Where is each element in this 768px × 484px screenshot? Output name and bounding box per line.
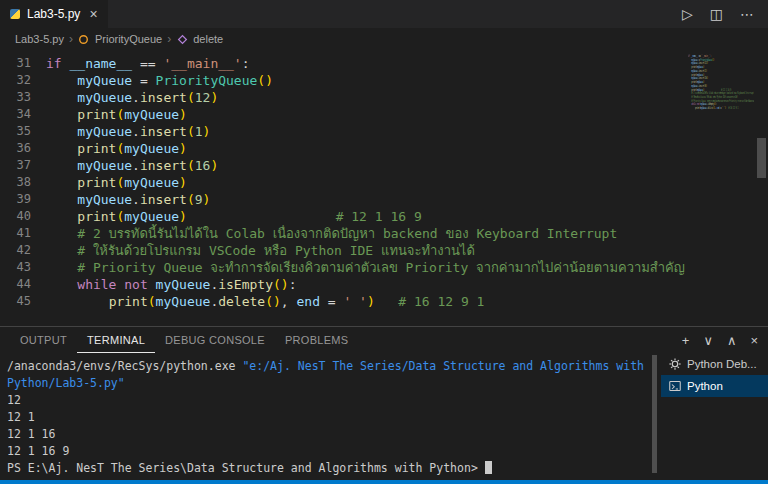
- code-line[interactable]: print(myQueue) # 12 1 16 9: [46, 208, 768, 225]
- panel-body: /anaconda3/envs/RecSys/python.exe "e:/Aj…: [0, 353, 768, 480]
- minimap-content: if __name__ == '__main__': myQueue = Pri…: [688, 54, 754, 110]
- code-line[interactable]: print(myQueue.delete(), end = ' ') # 16 …: [46, 293, 768, 310]
- scrollbar-handle[interactable]: [757, 138, 766, 178]
- code-line[interactable]: while not myQueue.isEmpty():: [46, 276, 768, 293]
- terminal-list: Python Deb...Python: [661, 353, 768, 480]
- line-number: 37: [0, 157, 31, 174]
- terminal-list-item-python[interactable]: Python: [661, 375, 768, 397]
- code-line[interactable]: # ให้รันด้วยโปรแกรม VSCode หรือ Python I…: [46, 242, 768, 259]
- line-number: 31: [0, 55, 31, 72]
- minimap[interactable]: if __name__ == '__main__': myQueue = Pri…: [688, 54, 754, 316]
- terminal-scrollbar[interactable]: [651, 353, 659, 480]
- terminal-line: 12: [7, 392, 650, 409]
- panel-actions: + ∨ ∧ ×: [682, 333, 758, 348]
- editor-scrollbar[interactable]: [755, 50, 768, 326]
- code-line[interactable]: myQueue = PriorityQueue(): [46, 72, 768, 89]
- terminal-list-item-python-deb[interactable]: Python Deb...: [661, 353, 768, 375]
- line-number: 41: [0, 225, 31, 242]
- terminal-line: 12 1 16 9: [7, 443, 650, 460]
- code-line[interactable]: myQueue.insert(1): [46, 123, 768, 140]
- method-symbol-icon: [176, 33, 188, 45]
- terminal-line: /anaconda3/envs/RecSys/python.exe "e:/Aj…: [7, 358, 650, 375]
- maximize-panel-icon[interactable]: ∧: [727, 333, 737, 348]
- terminal-scrollbar-handle[interactable]: [652, 355, 657, 473]
- status-bar: [0, 480, 768, 484]
- breadcrumb-file[interactable]: Lab3-5.py: [15, 33, 64, 45]
- terminal-line: 12 1 16: [7, 426, 650, 443]
- line-number: 36: [0, 140, 31, 157]
- line-number: 33: [0, 89, 31, 106]
- run-icon[interactable]: ▷: [682, 6, 693, 22]
- terminal-list-label: Python Deb...: [687, 358, 757, 370]
- line-number: 38: [0, 174, 31, 191]
- chevron-right-icon: ›: [69, 32, 73, 46]
- editor-actions: ▷ ◫ ⋯: [682, 0, 768, 28]
- editor-tab-bar: Lab3-5.py × ▷ ◫ ⋯: [0, 0, 768, 28]
- line-number: 34: [0, 106, 31, 123]
- panel-tab-debug-console[interactable]: DEBUG CONSOLE: [155, 327, 275, 353]
- line-number: 32: [0, 72, 31, 89]
- code-line[interactable]: print(myQueue): [46, 106, 768, 123]
- line-number: 35: [0, 123, 31, 140]
- code-line[interactable]: # 2 บรรทัดนี้รันไม่ได้ใน Colab เนื่องจาก…: [46, 225, 768, 242]
- code-line[interactable]: # Priority Queue จะทำการจัดเรียงคิวตามค่…: [46, 259, 768, 276]
- terminal-output[interactable]: /anaconda3/envs/RecSys/python.exe "e:/Aj…: [0, 353, 650, 480]
- terminal-icon: [669, 380, 681, 392]
- class-symbol-icon: [78, 33, 90, 45]
- code-line: print(myQueue.delete(), end = ' ') # 16 …: [688, 106, 754, 110]
- code-area[interactable]: if __name__ == '__main__': myQueue = Pri…: [46, 55, 768, 326]
- panel-tabs: OUTPUTTERMINALDEBUG CONSOLEPROBLEMS: [10, 327, 358, 353]
- tab-lab3-5-py[interactable]: Lab3-5.py ×: [0, 0, 109, 28]
- line-number: 39: [0, 191, 31, 208]
- terminal-list-label: Python: [687, 380, 723, 392]
- terminal-line: PS E:\Aj. NesT The Series\Data Structure…: [7, 460, 650, 477]
- breadcrumb-method[interactable]: delete: [193, 33, 223, 45]
- tab-label: Lab3-5.py: [27, 7, 80, 21]
- split-editor-icon[interactable]: ◫: [710, 6, 723, 22]
- code-line[interactable]: print(myQueue): [46, 174, 768, 191]
- breadcrumb: Lab3-5.py › PriorityQueue › delete: [0, 28, 768, 50]
- gear-icon: [669, 358, 681, 370]
- code-editor[interactable]: 313233343536373839404142434445 if __name…: [0, 50, 768, 326]
- editor-gutter: 313233343536373839404142434445: [0, 55, 46, 326]
- panel-tab-bar: OUTPUTTERMINALDEBUG CONSOLEPROBLEMS + ∨ …: [0, 327, 768, 353]
- code-line[interactable]: myQueue.insert(12): [46, 89, 768, 106]
- breadcrumb-class[interactable]: PriorityQueue: [95, 33, 162, 45]
- panel-tab-output[interactable]: OUTPUT: [10, 327, 77, 353]
- line-number: 44: [0, 276, 31, 293]
- panel-tab-terminal[interactable]: TERMINAL: [77, 327, 155, 353]
- code-line[interactable]: myQueue.insert(9): [46, 191, 768, 208]
- code-line[interactable]: print(myQueue): [46, 140, 768, 157]
- terminal-line: 12 1: [7, 409, 650, 426]
- line-number: 42: [0, 242, 31, 259]
- vscode-window: Lab3-5.py × ▷ ◫ ⋯ Lab3-5.py › PriorityQu…: [0, 0, 768, 480]
- code-line[interactable]: if __name__ == '__main__':: [46, 55, 768, 72]
- python-file-icon: [10, 9, 20, 19]
- line-number: 45: [0, 293, 31, 310]
- bottom-panel: OUTPUTTERMINALDEBUG CONSOLEPROBLEMS + ∨ …: [0, 326, 768, 480]
- terminal-dropdown-icon[interactable]: ∨: [703, 333, 713, 348]
- terminal-line: Python/Lab3-5.py": [7, 375, 650, 392]
- chevron-right-icon: ›: [167, 32, 171, 46]
- terminal-cursor: [485, 461, 492, 474]
- line-number: 43: [0, 259, 31, 276]
- line-number: 40: [0, 208, 31, 225]
- close-tab-icon[interactable]: ×: [89, 6, 97, 22]
- new-terminal-icon[interactable]: +: [682, 333, 690, 348]
- panel-tab-problems[interactable]: PROBLEMS: [275, 327, 359, 353]
- code-line[interactable]: myQueue.insert(16): [46, 157, 768, 174]
- close-panel-icon[interactable]: ×: [750, 333, 758, 348]
- more-actions-icon[interactable]: ⋯: [740, 6, 754, 22]
